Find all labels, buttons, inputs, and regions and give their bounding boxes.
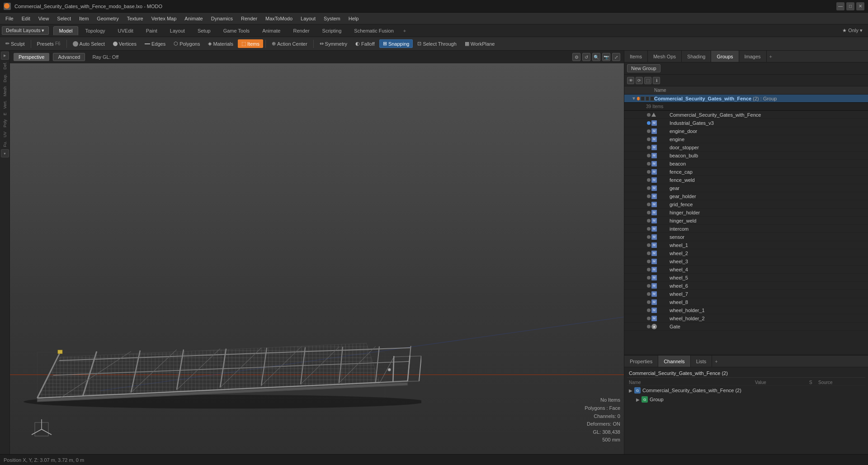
- auto-select-button[interactable]: Auto Select: [69, 40, 108, 48]
- action-center-button[interactable]: ⊕ Action Center: [268, 39, 311, 48]
- list-item[interactable]: M wheel_5: [624, 274, 868, 282]
- tab-animate[interactable]: Animate: [256, 26, 286, 35]
- group-vis-3[interactable]: [650, 96, 654, 101]
- menu-dynamics[interactable]: Dynamics: [208, 15, 236, 22]
- scene-icon-4[interactable]: ℹ: [653, 77, 660, 84]
- list-item[interactable]: M wheel_holder_1: [624, 306, 868, 314]
- close-button[interactable]: ✕: [856, 2, 864, 10]
- list-item[interactable]: M engine_door: [624, 127, 868, 135]
- minimize-button[interactable]: —: [836, 2, 844, 10]
- list-item[interactable]: M engine: [624, 135, 868, 143]
- menu-file[interactable]: File: [2, 15, 17, 22]
- viewport-expand-icon[interactable]: ⤢: [612, 53, 620, 61]
- tab-paint[interactable]: Paint: [140, 26, 163, 35]
- prop-tab-add[interactable]: +: [712, 359, 720, 364]
- edges-button[interactable]: Edges: [141, 40, 169, 48]
- list-item[interactable]: M gear_holder: [624, 192, 868, 200]
- list-item[interactable]: M hinger_weld: [624, 217, 868, 225]
- select-through-button[interactable]: ⊡ Select Through: [414, 39, 460, 48]
- viewport-tab-perspective[interactable]: Perspective: [14, 53, 49, 61]
- prop-tree-item-1[interactable]: ▶ G Commercial_Security_Gates_with_Fence…: [627, 386, 865, 395]
- panel-tab-images[interactable]: Images: [739, 51, 767, 62]
- sidebar-tool-1[interactable]: ▶: [1, 52, 9, 60]
- list-item[interactable]: M fence_cap: [624, 168, 868, 176]
- menu-layout[interactable]: Layout: [297, 15, 319, 22]
- tab-topology[interactable]: Topology: [79, 26, 111, 35]
- list-item[interactable]: M wheel_4: [624, 266, 868, 274]
- scene-canvas[interactable]: No Items Polygons : Face Channels: 0 Def…: [10, 63, 624, 454]
- scene-list[interactable]: ▼ Commercial_Security_Gates_with_Fence (…: [624, 95, 868, 355]
- prop-tab-properties[interactable]: Properties: [624, 356, 658, 367]
- menu-vertex-map[interactable]: Vertex Map: [148, 15, 180, 22]
- scene-icon-3[interactable]: ⬚: [644, 77, 651, 84]
- menu-animate[interactable]: Animate: [181, 15, 206, 22]
- sculpt-button[interactable]: ✏ Sculpt: [2, 39, 28, 48]
- snapping-button[interactable]: ⊞ Snapping: [379, 39, 413, 48]
- menu-edit[interactable]: Edit: [18, 15, 34, 22]
- vertices-button[interactable]: Vertices: [109, 40, 140, 48]
- tab-model[interactable]: Model: [53, 26, 79, 35]
- list-item[interactable]: M beacon_bulb: [624, 152, 868, 160]
- sidebar-tool-bottom[interactable]: ▼: [1, 149, 9, 157]
- viewport[interactable]: Perspective Advanced Ray GL: Off ⚙ ↺ 🔍 📷…: [10, 51, 624, 454]
- menu-view[interactable]: View: [35, 15, 53, 22]
- prop-tab-lists[interactable]: Lists: [691, 356, 712, 367]
- scene-icon-2[interactable]: ⟳: [636, 77, 643, 84]
- list-item[interactable]: M intercom: [624, 225, 868, 233]
- menu-maxtomode[interactable]: MaxToModo: [262, 15, 296, 22]
- workplane-button[interactable]: ▦ WorkPlane: [461, 39, 499, 48]
- new-group-button[interactable]: New Group: [627, 64, 660, 72]
- list-item[interactable]: M gear: [624, 184, 868, 192]
- tab-game-tools[interactable]: Game Tools: [217, 26, 256, 35]
- menu-texture[interactable]: Texture: [123, 15, 147, 22]
- group-vis-1[interactable]: [641, 96, 645, 101]
- list-item[interactable]: M wheel_6: [624, 282, 868, 290]
- scene-icon-1[interactable]: 👁: [627, 77, 634, 84]
- list-item[interactable]: M beacon: [624, 160, 868, 168]
- menu-item[interactable]: Item: [75, 15, 92, 22]
- list-item[interactable]: Commercial_Security_Gates_with_Fence: [624, 111, 868, 119]
- list-item[interactable]: ▲ Gate: [624, 323, 868, 331]
- viewport-reset-icon[interactable]: ↺: [582, 53, 590, 61]
- scene-group-header[interactable]: ▼ Commercial_Security_Gates_with_Fence (…: [624, 95, 868, 103]
- menu-render[interactable]: Render: [237, 15, 261, 22]
- falloff-button[interactable]: ◐ Falloff: [352, 39, 378, 48]
- materials-button[interactable]: ◈ Materials: [204, 39, 237, 48]
- list-item[interactable]: M wheel_7: [624, 290, 868, 298]
- tab-uvedit[interactable]: UVEdit: [112, 26, 139, 35]
- list-item[interactable]: M Industrial_Gates_v3: [624, 119, 868, 127]
- list-item[interactable]: M wheel_3: [624, 257, 868, 266]
- panel-tab-add[interactable]: +: [767, 54, 775, 59]
- star-only-button[interactable]: ★ Only ▾: [839, 27, 866, 34]
- tab-schematic-fusion[interactable]: Schematic Fusion: [348, 26, 399, 35]
- panel-tab-shading[interactable]: Shading: [682, 51, 711, 62]
- symmetry-button[interactable]: ⇔ Symmetry: [316, 39, 351, 48]
- tab-render[interactable]: Render: [287, 26, 315, 35]
- prop-tree-item-2[interactable]: ▶ G Group: [627, 395, 865, 404]
- polygons-button[interactable]: ⬡ Polygons: [170, 39, 203, 48]
- panel-tab-groups[interactable]: Groups: [711, 51, 739, 62]
- menu-geometry[interactable]: Geometry: [93, 15, 122, 22]
- menu-select[interactable]: Select: [53, 15, 75, 22]
- list-item[interactable]: M hinger_holder: [624, 209, 868, 217]
- list-item[interactable]: M wheel_holder_2: [624, 314, 868, 323]
- presets-button[interactable]: Presets F6: [33, 40, 64, 48]
- panel-tab-mesh-ops[interactable]: Mesh Ops: [648, 51, 682, 62]
- prop-tab-channels[interactable]: Channels: [658, 356, 690, 367]
- viewport-tab-advanced[interactable]: Advanced: [53, 53, 85, 61]
- viewport-search-icon[interactable]: 🔍: [592, 53, 600, 61]
- tab-setup[interactable]: Setup: [192, 26, 217, 35]
- group-vis-2[interactable]: [646, 96, 650, 101]
- list-item[interactable]: M wheel_1: [624, 241, 868, 249]
- menu-help[interactable]: Help: [345, 15, 363, 22]
- list-item[interactable]: M wheel_8: [624, 298, 868, 306]
- list-item[interactable]: M fence_weld: [624, 176, 868, 184]
- list-item[interactable]: M grid_fence: [624, 200, 868, 209]
- viewport-settings-icon[interactable]: ⚙: [572, 53, 580, 61]
- list-item[interactable]: M sensor: [624, 233, 868, 241]
- items-button[interactable]: ⬚ Items: [238, 39, 263, 48]
- list-item[interactable]: M door_stopper: [624, 143, 868, 152]
- panel-tab-items[interactable]: Items: [624, 51, 648, 62]
- menu-system[interactable]: System: [320, 15, 344, 22]
- tab-layout[interactable]: Layout: [164, 26, 191, 35]
